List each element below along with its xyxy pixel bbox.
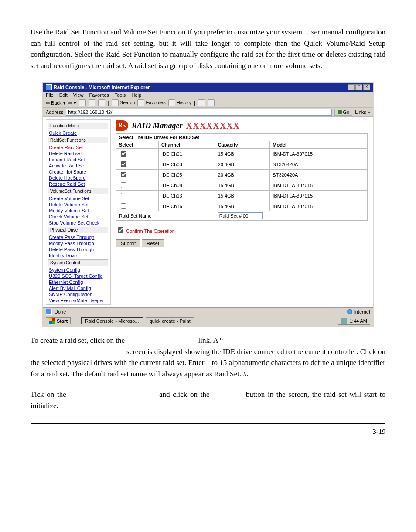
sidebar-stop-volume-check[interactable]: Stop Volume Set Check (49, 220, 107, 226)
ie-icon (46, 84, 52, 90)
main-panel: R∿ RAID Manager XXXXXXXX Select The IDE … (111, 117, 373, 307)
raidset-name-label: Raid Set Name (116, 211, 215, 221)
cell-model: ST320420A (270, 170, 368, 180)
col-capacity: Capacity (215, 141, 270, 149)
menu-help[interactable]: Help (131, 92, 141, 98)
page-icon (46, 309, 52, 315)
menu-edit[interactable]: Edit (59, 92, 68, 98)
address-label: Address (46, 109, 63, 115)
task-paint[interactable]: quick create - Paint (146, 317, 194, 324)
sidebar-create-pt[interactable]: Create Pass Through (49, 234, 107, 240)
col-channel: Channel (159, 141, 215, 149)
window-titlebar: Raid Console - Microsoft Internet Explor… (43, 83, 373, 92)
tray-icon[interactable] (341, 318, 347, 324)
forward-button[interactable]: ⇨ ▾ (68, 100, 76, 106)
menu-favorites[interactable]: Favorites (89, 92, 109, 98)
sidebar-u320[interactable]: U320 SCSI Target Config (49, 273, 107, 279)
menu-view[interactable]: View (73, 92, 84, 98)
sidebar-alert-mail[interactable]: Alert By Mail Config (49, 285, 107, 291)
table-row: IDE Ch1315.4GBIBM-DTLA-307015 (116, 191, 368, 201)
cell-capacity: 20.4GB (215, 159, 270, 170)
sidebar-identify-drive[interactable]: Identify Drive (49, 252, 107, 259)
favorites-button[interactable]: Favorites (137, 99, 165, 106)
sidebar-check-volume[interactable]: Check Volume Set (49, 214, 107, 220)
cell-model: IBM-DTLA-307015 (270, 180, 368, 191)
confirm-checkbox[interactable] (118, 227, 123, 233)
cell-capacity: 15.4GB (215, 180, 270, 191)
table-row: IDE Ch0115.4GBIBM-DTLA-307015 (116, 149, 368, 159)
stop-icon[interactable] (79, 99, 86, 106)
row-select[interactable] (121, 172, 126, 177)
row-select[interactable] (121, 161, 126, 167)
cell-capacity: 15.4GB (215, 191, 270, 201)
history-button[interactable]: History (168, 99, 191, 106)
print-icon[interactable] (208, 99, 215, 106)
col-model: Model (270, 141, 368, 149)
table-row: IDE Ch0320.4GBST320420A (116, 159, 368, 170)
home-icon[interactable] (98, 99, 105, 106)
sidebar-expand-raid-set[interactable]: Expand Raid Set (49, 157, 107, 163)
sidebar-rescue-raid-set[interactable]: Rescue Raid Set (49, 181, 107, 187)
start-button[interactable]: Start (46, 317, 71, 324)
sidebar-modify-pt[interactable]: Modify Pass Through (49, 240, 107, 246)
table-title: Select The IDE Drives For RAID Set (116, 134, 368, 141)
sidebar-create-volume[interactable]: Create Volume Set (49, 195, 107, 201)
row-select[interactable] (121, 182, 126, 188)
toolbar: ⇦ Back ▾ ⇨ ▾ | Search Favorites History … (43, 99, 373, 108)
sidebar-delete-volume[interactable]: Delete Volume Set (49, 201, 107, 208)
sidebar-create-hot-spare[interactable]: Create Hot Spare (49, 169, 107, 175)
mail-icon[interactable] (198, 99, 205, 106)
go-button[interactable]: Go (334, 109, 352, 116)
sidebar-delete-pt[interactable]: Delete Pass Through (49, 246, 107, 252)
taskbar: Start Raid Console - Microso... quick cr… (43, 316, 373, 326)
task-raid-console[interactable]: Raid Console - Microso... (81, 317, 143, 324)
row-select[interactable] (121, 151, 126, 157)
sidebar-delete-hot-spare[interactable]: Delete Hot Spare (49, 175, 107, 181)
col-select: Select (116, 141, 159, 149)
drives-table: Select The IDE Drives For RAID Set Selec… (116, 133, 368, 221)
submit-button[interactable]: Submit (116, 239, 140, 247)
sidebar-modify-volume[interactable]: Modify Volume Set (49, 208, 107, 214)
clock: 1:44 AM (350, 318, 367, 324)
back-button[interactable]: ⇦ Back ▾ (46, 100, 66, 106)
raidset-name-input[interactable] (218, 212, 263, 219)
maximize-button[interactable]: □ (355, 84, 362, 90)
reset-button[interactable]: Reset (142, 239, 164, 247)
cell-capacity: 15.4GB (215, 201, 270, 211)
sidebar-create-raid-set[interactable]: Create Raid Set (49, 144, 107, 150)
row-select[interactable] (121, 193, 126, 198)
sidebar-snmp[interactable]: SNMP Configuration (49, 291, 107, 297)
sidebar-group-system: System Control (48, 259, 108, 266)
refresh-icon[interactable] (89, 99, 95, 106)
cell-model: IBM-DTLA-307015 (270, 191, 368, 201)
minimize-button[interactable]: _ (348, 84, 355, 90)
confirm-operation[interactable]: Confirm The Operation (116, 228, 175, 234)
sidebar-group-volumeset: VolumeSet Functions (48, 188, 108, 194)
status-bar: Done Internet (43, 307, 373, 316)
brand-icon: R∿ (116, 120, 128, 131)
sidebar-activate-raid-set[interactable]: Activate Raid Set (49, 163, 107, 169)
intro-paragraph: Use the Raid Set Function and Volume Set… (31, 27, 385, 71)
zone-label: Internet (354, 309, 370, 314)
links-label[interactable]: Links » (355, 109, 370, 115)
table-row: IDE Ch0815.4GBIBM-DTLA-307015 (116, 180, 368, 191)
sidebar-quick-create[interactable]: Quick Create (49, 130, 107, 136)
search-button[interactable]: Search (112, 99, 135, 106)
internet-icon (347, 309, 352, 314)
windows-icon (49, 318, 55, 324)
close-button[interactable]: × (363, 84, 370, 90)
cell-channel: IDE Ch05 (159, 170, 215, 180)
cell-model: IBM-DTLA-307015 (270, 201, 368, 211)
sidebar-system-config[interactable]: System Config (49, 267, 107, 273)
sidebar-group-raidset: RaidSet Functions (48, 137, 108, 143)
address-input[interactable] (66, 109, 332, 116)
menu-tools[interactable]: Tools (115, 92, 126, 98)
cell-channel: IDE Ch03 (159, 159, 215, 170)
sidebar-ethernet[interactable]: EtherNet Config (49, 279, 107, 285)
sidebar-view-events[interactable]: View Events/Mute Beeper (49, 297, 107, 304)
screenshot: Raid Console - Microsoft Internet Explor… (42, 82, 374, 327)
menu-file[interactable]: File (46, 92, 54, 98)
cell-channel: IDE Ch08 (159, 180, 215, 191)
row-select[interactable] (121, 203, 126, 209)
sidebar-delete-raid-set[interactable]: Delete Raid set (49, 150, 107, 157)
